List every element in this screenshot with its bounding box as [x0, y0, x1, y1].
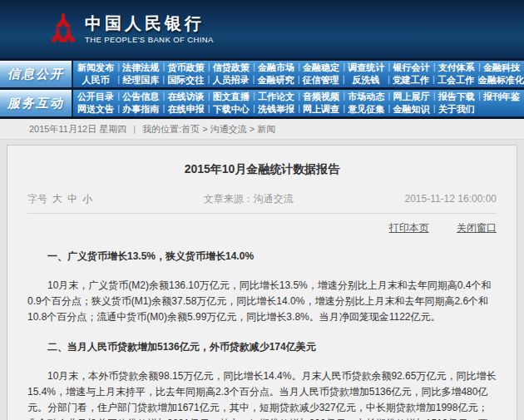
close-window-link[interactable]: 关闭窗口 [457, 222, 497, 234]
nav-item[interactable]: 货币政策 [163, 62, 208, 74]
nav-item[interactable]: 国际交往 [163, 74, 208, 86]
nav-section-label[interactable]: 信息公开 [0, 61, 73, 87]
font-size-option[interactable]: 小 [82, 193, 92, 205]
article-container: 2015年10月金融统计数据报告 字号大中小 文章来源：沟通交流 2015-11… [7, 145, 517, 420]
nav-item[interactable]: 征信管理 [299, 74, 344, 86]
section-heading: 二、当月人民币贷款增加5136亿元，外币贷款减少174亿美元 [27, 340, 497, 354]
article-body: 一、广义货币增长13.5%，狭义货币增长14.0%10月末，广义货币(M2)余额… [27, 250, 497, 420]
nav-item[interactable]: 信贷政策 [209, 62, 254, 74]
nav-item[interactable]: 市场动态 [344, 91, 388, 103]
breadcrumb-divider: | [133, 124, 136, 134]
nav-item[interactable]: 音频视频 [299, 91, 344, 103]
font-size-label: 字号 [27, 193, 47, 205]
nav-item[interactable]: 党建工作 [388, 74, 433, 86]
section-paragraph: 10月末，本外币贷款余额98.15万亿元，同比增长14.4%。月末人民币贷款余额… [27, 368, 497, 420]
section-paragraph: 10月末，广义货币(M2)余额136.10万亿元，同比增长13.5%，增速分别比… [27, 278, 497, 325]
print-page-link[interactable]: 打印本页 [389, 222, 429, 234]
nav-item[interactable]: 网送文告 [73, 103, 118, 116]
nav-item[interactable]: 在线访谈 [163, 91, 208, 103]
nav-item[interactable]: 法律法规 [118, 62, 163, 74]
page-title: 2015年10月金融统计数据报告 [27, 162, 497, 177]
nav-item[interactable]: 洗钱举报 [254, 103, 299, 116]
nav-item[interactable]: 金融稳定 [299, 62, 344, 74]
article-meta: 字号大中小 文章来源：沟通交流 2015-11-12 16:00:00 [27, 192, 497, 214]
nav-item[interactable]: 关于我们 [434, 103, 479, 116]
nav-item[interactable]: 办事指南 [118, 103, 163, 116]
nav-item[interactable]: 金融知识 [388, 103, 433, 116]
nav-item[interactable]: 下载中心 [209, 103, 254, 116]
nav-item[interactable]: 网上调查 [299, 103, 344, 116]
font-size-control: 字号大中小 [27, 192, 92, 206]
nav-item[interactable]: 在线申报 [163, 103, 208, 116]
nav-item[interactable]: 金融标准化 [478, 74, 524, 86]
nav-item[interactable]: 报刊年鉴 [479, 91, 524, 103]
nav-item[interactable]: 支付体系 [434, 62, 479, 74]
nav: 信息公开新闻发布法律法规货币政策信贷政策金融市场金融稳定调查统计银行会计支付体系… [0, 58, 524, 116]
nav-item[interactable]: 人员招录 [208, 74, 253, 86]
font-size-option[interactable]: 中 [67, 193, 77, 205]
nav-item[interactable]: 公告信息 [118, 91, 163, 103]
font-size-options: 大中小 [47, 193, 92, 205]
nav-item[interactable]: 工会工作 [433, 74, 478, 86]
page-body: 2015年10月金融统计数据报告 字号大中小 文章来源：沟通交流 2015-11… [0, 140, 524, 420]
nav-item[interactable]: 新闻发布 [73, 62, 118, 74]
nav-item[interactable]: 金融市场 [254, 62, 299, 74]
nav-item[interactable]: 人民币 [73, 74, 118, 86]
nav-item[interactable]: 工作论文 [254, 91, 299, 103]
breadcrumb-date: 2015年11月12日 星期四 [29, 123, 126, 136]
nav-item[interactable]: 调查统计 [344, 62, 388, 74]
nav-item[interactable]: 公开目录 [73, 91, 118, 103]
nav-section: 信息公开新闻发布法律法规货币政策信贷政策金融市场金融稳定调查统计银行会计支付体系… [0, 58, 524, 87]
font-size-option[interactable]: 大 [52, 193, 62, 205]
nav-item[interactable]: 报告下载 [434, 91, 479, 103]
breadcrumb: 2015年11月12日 星期四 | 我的位置:首页 > 沟通交流 > 新闻 [0, 116, 524, 140]
bank-title-cn: 中国人民银行 [85, 14, 214, 32]
nav-item[interactable]: 经理国库 [118, 74, 163, 86]
nav-section: 服务互动公开目录公告信息在线访谈图文直播工作论文音频视频市场动态网上展厅报告下载… [0, 87, 524, 116]
nav-item[interactable]: 图文直播 [209, 91, 254, 103]
breadcrumb-location[interactable]: 我的位置:首页 > 沟通交流 > 新闻 [142, 123, 275, 136]
nav-item[interactable]: 网上展厅 [388, 91, 433, 103]
nav-item[interactable]: 银行会计 [388, 62, 433, 74]
section-heading: 一、广义货币增长13.5%，狭义货币增长14.0% [27, 250, 497, 264]
nav-item[interactable]: 意见征集 [344, 103, 388, 116]
nav-item[interactable]: 反洗钱 [344, 74, 388, 86]
nav-item[interactable]: 金融研究 [253, 74, 298, 86]
article-source: 文章来源：沟通交流 [92, 192, 404, 206]
pboc-logo-icon [52, 12, 75, 46]
nav-item[interactable]: 金融科技 [479, 62, 524, 74]
article-actions: 打印本页 关闭窗口 [27, 214, 497, 235]
nav-section-label[interactable]: 服务互动 [0, 90, 73, 116]
top-banner: 中国人民银行 THE PEOPLE'S BANK OF CHINA [0, 0, 524, 58]
bank-title-en: THE PEOPLE'S BANK OF CHINA [85, 35, 214, 44]
article-timestamp: 2015-11-12 16:00:00 [404, 193, 497, 205]
